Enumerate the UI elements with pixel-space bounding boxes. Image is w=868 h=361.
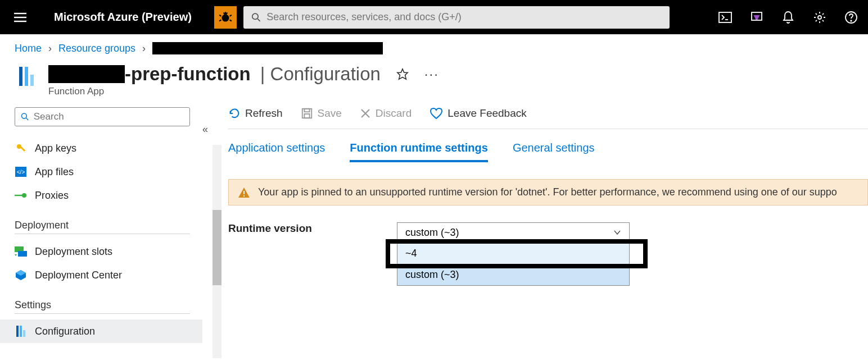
refresh-button[interactable]: Refresh [228, 107, 283, 120]
svg-rect-40 [304, 109, 309, 112]
svg-point-31 [22, 193, 26, 198]
feedback-button[interactable]: Leave Feedback [430, 107, 527, 120]
content-panel: Refresh Save Discard Leave Feedback Appl… [202, 102, 868, 356]
tab-application-settings[interactable]: Application settings [228, 141, 325, 162]
breadcrumb: Home › Resource groups › [0, 34, 868, 54]
global-search-input-wrap[interactable] [243, 6, 670, 29]
svg-rect-20 [19, 67, 22, 86]
function-app-icon [15, 63, 40, 89]
svg-rect-41 [304, 114, 309, 118]
sidebar-item-app-keys[interactable]: App keys [15, 136, 202, 160]
more-actions-icon[interactable]: ··· [424, 66, 439, 82]
discard-label: Discard [376, 107, 412, 120]
proxy-icon [15, 189, 27, 202]
toolbar: Refresh Save Discard Leave Feedback [228, 102, 868, 129]
sidebar-section-settings: Settings [15, 299, 190, 314]
dropdown-list: ~4 custom (~3) [397, 243, 630, 286]
warning-banner: Your app is pinned to an unsupported run… [228, 179, 868, 205]
page-subtitle: Function App [48, 86, 439, 97]
sidebar-item-label: Deployment slots [35, 246, 112, 258]
save-label: Save [318, 107, 342, 120]
breadcrumb-sep: › [48, 43, 52, 54]
dropdown-selected[interactable]: custom (~3) [397, 222, 630, 243]
title-row: -prep-function | Configuration ··· Funct… [0, 54, 868, 102]
tabs: Application settings Function runtime se… [228, 129, 868, 162]
svg-rect-22 [30, 75, 34, 86]
title-redacted [48, 65, 125, 83]
brand-label: Microsoft Azure (Preview) [54, 11, 192, 24]
runtime-version-label: Runtime version [228, 222, 397, 235]
svg-line-9 [224, 12, 225, 14]
global-search [243, 6, 670, 29]
breadcrumb-sep: › [142, 43, 146, 54]
svg-rect-33 [18, 251, 27, 257]
top-bar: Microsoft Azure (Preview) [0, 0, 868, 34]
sidebar-item-label: Deployment Center [35, 269, 122, 281]
dropdown-selected-text: custom (~3) [405, 227, 459, 239]
dropdown-option-v4[interactable]: ~4 [397, 243, 629, 264]
title-section: Configuration [270, 63, 381, 85]
help-icon[interactable] [843, 10, 859, 25]
sidebar-search[interactable] [15, 107, 190, 126]
save-button: Save [301, 107, 342, 120]
sidebar-item-label: App keys [35, 143, 76, 154]
sidebar-item-label: Configuration [35, 326, 95, 337]
svg-line-8 [229, 20, 231, 21]
svg-rect-46 [243, 195, 245, 197]
top-bar-actions [717, 10, 859, 25]
deployment-center-icon [15, 269, 27, 281]
svg-line-5 [219, 15, 221, 16]
preview-bug-icon[interactable] [214, 6, 237, 29]
warning-icon [238, 187, 250, 198]
svg-line-6 [229, 15, 231, 16]
dropdown-option-custom3[interactable]: custom (~3) [397, 264, 629, 285]
svg-marker-16 [754, 16, 759, 19]
settings-gear-icon[interactable] [812, 10, 828, 25]
sidebar-item-deployment-slots[interactable]: Deployment slots [15, 240, 202, 263]
svg-marker-23 [397, 69, 408, 79]
hamburger-menu-icon[interactable] [9, 6, 31, 29]
sidebar-item-proxies[interactable]: Proxies [15, 184, 202, 207]
svg-point-19 [851, 20, 852, 21]
tab-runtime-settings[interactable]: Function runtime settings [350, 141, 488, 162]
svg-rect-21 [25, 67, 28, 86]
slots-icon [15, 245, 27, 258]
svg-line-25 [26, 118, 29, 120]
sidebar-item-configuration[interactable]: Configuration [0, 319, 202, 343]
breadcrumb-home[interactable]: Home [15, 43, 42, 54]
warning-text: Your app is pinned to an unsupported run… [258, 186, 837, 198]
runtime-version-dropdown[interactable]: custom (~3) ~4 custom (~3) [397, 222, 630, 286]
tab-general-settings[interactable]: General settings [513, 141, 595, 162]
sidebar-search-input[interactable] [34, 111, 184, 122]
sidebar-section-deployment: Deployment [15, 220, 190, 234]
sidebar-item-app-files[interactable]: </> App files [15, 160, 202, 184]
cloud-shell-icon[interactable] [717, 10, 733, 25]
configuration-icon [15, 325, 27, 337]
key-icon [15, 142, 27, 154]
filter-icon[interactable] [749, 10, 765, 25]
svg-rect-27 [20, 147, 25, 152]
refresh-label: Refresh [245, 107, 283, 120]
favorite-star-icon[interactable] [396, 68, 409, 80]
sidebar-item-label: Proxies [35, 190, 69, 202]
sidebar-item-deployment-center[interactable]: Deployment Center [15, 263, 202, 287]
search-icon [21, 112, 29, 121]
notifications-icon[interactable] [780, 10, 796, 25]
svg-line-12 [257, 19, 260, 21]
chevron-down-icon [613, 230, 621, 235]
svg-text:</>: </> [17, 169, 25, 175]
svg-point-17 [818, 16, 821, 19]
svg-rect-37 [20, 326, 22, 337]
svg-line-10 [226, 12, 227, 14]
global-search-input[interactable] [266, 11, 662, 23]
breadcrumb-resource-groups[interactable]: Resource groups [58, 43, 135, 54]
svg-point-11 [252, 13, 258, 19]
page-title: -prep-function | Configuration ··· [48, 63, 439, 85]
svg-rect-36 [16, 326, 19, 337]
sidebar: App keys </> App files Proxies Deploymen… [0, 102, 202, 356]
sidebar-item-label: App files [35, 166, 74, 178]
code-icon: </> [15, 166, 27, 178]
svg-rect-38 [23, 330, 25, 337]
discard-button: Discard [360, 107, 412, 120]
breadcrumb-redacted [152, 42, 383, 54]
